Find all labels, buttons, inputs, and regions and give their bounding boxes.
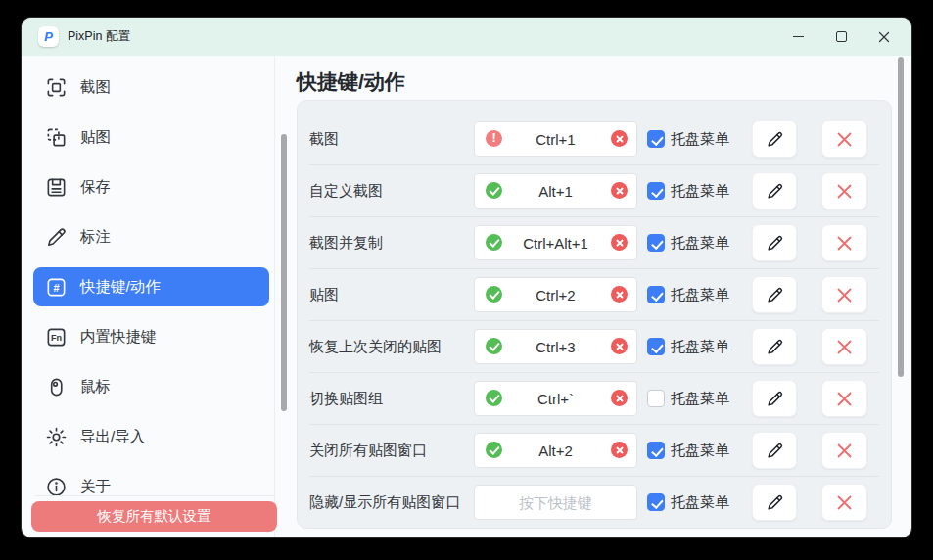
sidebar-item-pin-image[interactable]: 贴图 (33, 117, 269, 157)
tray-menu-checkbox[interactable] (647, 390, 665, 407)
delete-hotkey-button[interactable] (821, 224, 867, 261)
clear-hotkey-icon[interactable] (611, 130, 628, 147)
delete-x-icon (836, 494, 853, 511)
tray-menu-label[interactable]: 托盘菜单 (671, 493, 729, 512)
hotkey-row: 恢复上次关闭的贴图 托盘菜单 (309, 321, 879, 373)
edit-hotkey-button[interactable] (752, 172, 797, 210)
tray-menu-label[interactable]: 托盘菜单 (671, 286, 729, 304)
restore-defaults-button[interactable]: 恢复所有默认设置 (31, 501, 277, 532)
hotkey-row: 截图 ! 托盘菜单 (309, 114, 879, 165)
pixpin-logo-icon: P (38, 26, 59, 47)
clear-hotkey-icon[interactable] (611, 338, 628, 354)
sidebar-item-label: 保存 (80, 177, 111, 198)
delete-x-icon (836, 183, 853, 200)
delete-hotkey-button[interactable] (821, 120, 867, 158)
edit-hotkey-button[interactable] (752, 224, 797, 261)
hotkey-row-label: 自定义截图 (309, 182, 383, 201)
pixpin-config-window: P PixPin 配置 截图 贴图 保存 标注 (22, 18, 911, 537)
hotkey-input-wrap (474, 225, 637, 260)
pencil-icon (766, 390, 784, 408)
tray-menu-label[interactable]: 托盘菜单 (671, 130, 729, 149)
pencil-icon (766, 442, 784, 460)
svg-text:Fn: Fn (51, 332, 62, 342)
pencil-icon (766, 182, 784, 201)
hotkey-row-label: 关闭所有贴图窗口 (309, 442, 427, 460)
window-controls (776, 18, 906, 56)
sidebar-item-export-import[interactable]: 导出/导入 (33, 417, 269, 456)
delete-hotkey-button[interactable] (821, 276, 867, 313)
delete-x-icon (836, 391, 853, 407)
clear-hotkey-icon[interactable] (611, 286, 628, 303)
sidebar-item-about[interactable]: 关于 (33, 467, 269, 506)
tray-menu-checkbox[interactable] (647, 130, 665, 148)
tray-menu-checkbox[interactable] (647, 442, 665, 459)
maximize-button[interactable] (819, 18, 863, 56)
hotkey-input-wrap (474, 433, 637, 468)
pencil-icon (766, 493, 784, 512)
edit-hotkey-button[interactable] (752, 120, 797, 158)
sidebar-item-mouse[interactable]: 鼠标 (33, 367, 269, 406)
pencil-icon (766, 234, 784, 253)
hotkey-input[interactable] (475, 486, 636, 519)
pencil-icon (45, 226, 68, 249)
fn-icon: Fn (45, 326, 68, 349)
sidebar-item-annotate[interactable]: 标注 (33, 217, 269, 257)
sidebar-scrollbar[interactable] (281, 134, 287, 411)
delete-hotkey-button[interactable] (821, 432, 867, 469)
sidebar-item-hotkeys-actions[interactable]: # 快捷键/动作 (33, 267, 269, 306)
delete-x-icon (836, 287, 853, 303)
edit-hotkey-button[interactable] (752, 380, 797, 417)
tray-menu-label[interactable]: 托盘菜单 (671, 442, 729, 460)
hotkey-row: 自定义截图 托盘菜单 (309, 165, 879, 217)
clear-hotkey-icon[interactable] (611, 390, 628, 406)
hotkey-row: 隐藏/显示所有贴图窗口 托盘菜单 (309, 477, 879, 529)
edit-hotkey-button[interactable] (752, 484, 797, 521)
window-title: PixPin 配置 (68, 28, 130, 45)
tray-menu-label[interactable]: 托盘菜单 (671, 234, 729, 253)
edit-hotkey-button[interactable] (752, 276, 797, 313)
clear-hotkey-icon[interactable] (611, 442, 628, 458)
hotkey-row-label: 隐藏/显示所有贴图窗口 (309, 493, 460, 512)
sidebar-item-screenshot[interactable]: 截图 (33, 68, 269, 107)
tray-menu-checkbox[interactable] (647, 493, 665, 511)
minimize-button[interactable] (776, 18, 819, 56)
clear-hotkey-icon[interactable] (611, 182, 628, 199)
delete-x-icon (836, 235, 853, 252)
hotkey-row-label: 恢复上次关闭的贴图 (309, 338, 442, 356)
clear-hotkey-icon[interactable] (611, 234, 628, 251)
tray-menu-label[interactable]: 托盘菜单 (671, 338, 729, 356)
close-button[interactable] (863, 18, 906, 56)
edit-hotkey-button[interactable] (752, 432, 797, 469)
hotkey-row-label: 贴图 (309, 286, 339, 304)
pencil-icon (766, 130, 784, 149)
maximize-icon (836, 31, 847, 42)
sidebar-item-label: 导出/导入 (80, 427, 145, 447)
sidebar-item-builtin-hotkeys[interactable]: Fn 内置快捷键 (33, 317, 269, 356)
tray-menu-checkbox[interactable] (647, 338, 665, 355)
delete-hotkey-button[interactable] (821, 380, 867, 417)
tray-menu-checkbox[interactable] (647, 182, 665, 200)
delete-hotkey-button[interactable] (821, 172, 867, 210)
svg-text:#: # (53, 281, 59, 293)
delete-hotkey-button[interactable] (821, 328, 867, 365)
hotkey-input-wrap (474, 173, 637, 209)
delete-hotkey-button[interactable] (821, 484, 867, 521)
tray-menu-label[interactable]: 托盘菜单 (671, 390, 729, 408)
hotkey-row: 关闭所有贴图窗口 托盘菜单 (309, 425, 879, 477)
minimize-icon (793, 36, 804, 37)
tray-menu-label[interactable]: 托盘菜单 (671, 182, 729, 201)
close-icon (878, 31, 890, 43)
mouse-icon (45, 376, 68, 398)
sidebar-item-save[interactable]: 保存 (33, 167, 269, 207)
tray-menu-checkbox[interactable] (647, 234, 665, 252)
main-scrollbar[interactable] (898, 57, 904, 377)
hotkey-row: 切换贴图组 托盘菜单 (309, 373, 879, 425)
hotkey-row-label: 截图并复制 (309, 234, 383, 253)
gear-icon (45, 426, 68, 448)
edit-hotkey-button[interactable] (752, 328, 797, 365)
hotkey-row-label: 截图 (309, 130, 339, 149)
hotkey-row: 截图并复制 托盘菜单 (309, 217, 879, 269)
sidebar-item-label: 标注 (80, 227, 111, 248)
hotkey-list-panel: 截图 ! 托盘菜单 自定义截图 托盘菜单 (297, 100, 892, 529)
tray-menu-checkbox[interactable] (647, 286, 665, 303)
